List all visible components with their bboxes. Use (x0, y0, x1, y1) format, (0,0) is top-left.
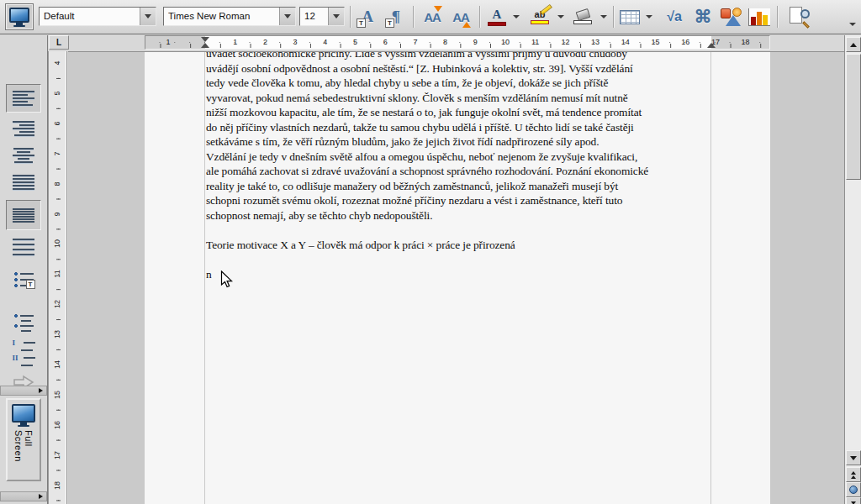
font-color-icon: A (488, 8, 506, 26)
toolbar-separator (413, 6, 415, 28)
command-icon: ⌘ (695, 7, 712, 27)
text-line[interactable]: setkáváme s tím, že věří různým bludům, … (206, 135, 599, 150)
character-style-button[interactable]: A T (354, 3, 381, 30)
line-spacing-15-button[interactable] (6, 234, 41, 260)
text-line[interactable]: do něj příčiny vlastních nezdarů, takže … (206, 121, 634, 136)
scroll-up-button[interactable] (846, 37, 861, 52)
ruler-number: 7 (407, 38, 424, 46)
arrow-down-icon (850, 456, 857, 460)
fullscreen-exit-button[interactable]: Full Screen (6, 398, 41, 481)
right-indent-marker[interactable] (707, 43, 716, 48)
text-line[interactable]: ale pomáhá zachovat si zdravé uvažování … (206, 165, 648, 180)
ruler-number: 12 (50, 297, 65, 312)
toolbar-separator (777, 6, 779, 28)
toolbar-separator (613, 6, 615, 28)
ruler-number: 15 (647, 38, 664, 46)
double-arrow-up-icon (851, 475, 856, 479)
ruler-number: 18 (737, 38, 754, 46)
navigation-button[interactable] (846, 482, 861, 497)
background-color-dropdown-button[interactable] (598, 8, 609, 25)
toolbar-handle-strip[interactable] (0, 386, 47, 396)
font-name-combo[interactable]: Times New Roman (163, 7, 296, 26)
toolbar-separator (350, 6, 351, 28)
bullet-list-button[interactable] (6, 309, 41, 336)
paint-bucket-icon (573, 10, 592, 24)
orange-up-triangle-icon (462, 22, 471, 28)
arrow-right-icon (39, 494, 43, 499)
align-center-button[interactable] (6, 142, 41, 169)
ruler-number: 12 (557, 38, 573, 46)
show-draw-functions-button[interactable] (718, 3, 745, 30)
horizontal-ruler[interactable]: 1 123456789101112131415161718 (145, 35, 770, 50)
font-color-dropdown-button[interactable] (510, 8, 521, 25)
justify-button[interactable] (6, 169, 41, 196)
arrow-right-icon (39, 388, 43, 393)
ruler-number: 13 (587, 38, 604, 46)
text-line[interactable] (206, 223, 209, 239)
align-right-button[interactable] (6, 115, 41, 142)
ruler-number: 13 (50, 327, 65, 342)
toolbar-overflow-button[interactable] (846, 18, 859, 30)
text-line[interactable]: Teorie motivace X a Y – člověk má odpor … (206, 239, 515, 254)
orange-down-triangle-icon (434, 6, 442, 12)
increase-font-button[interactable]: AA (447, 3, 474, 30)
background-color-button[interactable] (568, 3, 597, 30)
font-size-combo[interactable]: 12 (299, 7, 345, 26)
document-page[interactable]: uvádět socioekonomické příčiny. Lidé s v… (145, 52, 770, 504)
align-left-button[interactable] (6, 84, 41, 113)
highlighting-button[interactable]: ab (526, 3, 554, 30)
text-line[interactable]: uvádět socioekonomické příčiny. Lidé s v… (206, 51, 627, 62)
paragraph-style-value[interactable]: Default (40, 8, 140, 25)
ruler-number: 7 (50, 146, 65, 161)
text-line[interactable] (206, 253, 209, 268)
text-line[interactable]: vyvarovat, pokud nemá sebedestruktivní s… (206, 92, 628, 107)
font-size-dropdown-button[interactable] (328, 8, 344, 25)
text-line[interactable]: schopnost nemají, aby se těchto chyb ned… (206, 209, 432, 224)
text-line[interactable]: Vzdělání je tedy v dnešním světě alfou a… (206, 150, 637, 165)
insert-chart-button[interactable] (747, 3, 772, 30)
insert-table-button[interactable] (617, 3, 642, 30)
text-line[interactable]: schopni rozumět svému okolí, rozeznat mo… (206, 194, 622, 209)
text-line[interactable]: uvádějí osobní odpovědnost a osobní nešt… (206, 62, 633, 77)
insert-formula-button[interactable]: √a (661, 3, 688, 30)
font-size-value[interactable]: 12 (300, 8, 328, 25)
paragraph-style-button[interactable]: ¶ T (383, 3, 409, 30)
scrollbar-thumb[interactable] (846, 54, 861, 180)
magnifier-page-icon (789, 6, 811, 28)
text-line[interactable]: reality je také to, co odlišuje manažery… (206, 180, 618, 195)
paragraph-style-combo[interactable]: Default (39, 7, 156, 26)
fullscreen-toggle-button[interactable] (5, 3, 34, 30)
vertical-ruler[interactable]: 456789101112131415161718 (48, 51, 67, 504)
document-workspace: uvádět socioekonomické příčiny. Lidé s v… (68, 51, 844, 504)
next-page-button[interactable] (846, 497, 861, 504)
bullets-numbering-button[interactable]: T (6, 265, 41, 294)
text-line[interactable]: nižší mozkovou kapacitu, ale tím, že se … (206, 106, 642, 121)
font-name-dropdown-button[interactable] (279, 8, 295, 25)
chevron-down-icon (513, 15, 520, 18)
numbered-list-button[interactable]: I II (6, 338, 41, 366)
tab-type-selector[interactable]: L (49, 35, 69, 50)
left-indent-marker[interactable] (201, 43, 209, 48)
align-center-icon (13, 148, 34, 163)
zoom-button[interactable] (784, 3, 816, 30)
align-left-icon (13, 91, 34, 106)
first-line-indent-marker[interactable] (201, 37, 209, 42)
line-spacing-1-button[interactable] (6, 200, 41, 230)
formula-icon: √a (667, 9, 682, 24)
ruler-number: 4 (317, 38, 334, 46)
insert-special-character-button[interactable]: ⌘ (689, 3, 716, 30)
previous-page-button[interactable] (846, 467, 861, 482)
bullet-list-icon (14, 314, 34, 332)
scroll-down-button[interactable] (846, 450, 861, 465)
font-name-value[interactable]: Times New Roman (164, 8, 279, 25)
text-line[interactable]: tedy vede člověka k tomu, aby hledal chy… (206, 76, 608, 92)
toolbar-handle-strip[interactable] (0, 491, 47, 501)
text-line[interactable]: n (206, 268, 212, 283)
reduce-font-button[interactable]: AA (419, 3, 446, 30)
vertical-scrollbar[interactable] (844, 35, 861, 504)
paragraph-style-dropdown-button[interactable] (140, 8, 156, 25)
highlighting-dropdown-button[interactable] (555, 8, 566, 25)
insert-table-dropdown-button[interactable] (643, 8, 654, 25)
chevron-down-icon (333, 14, 340, 18)
font-color-button[interactable]: A (484, 3, 510, 30)
